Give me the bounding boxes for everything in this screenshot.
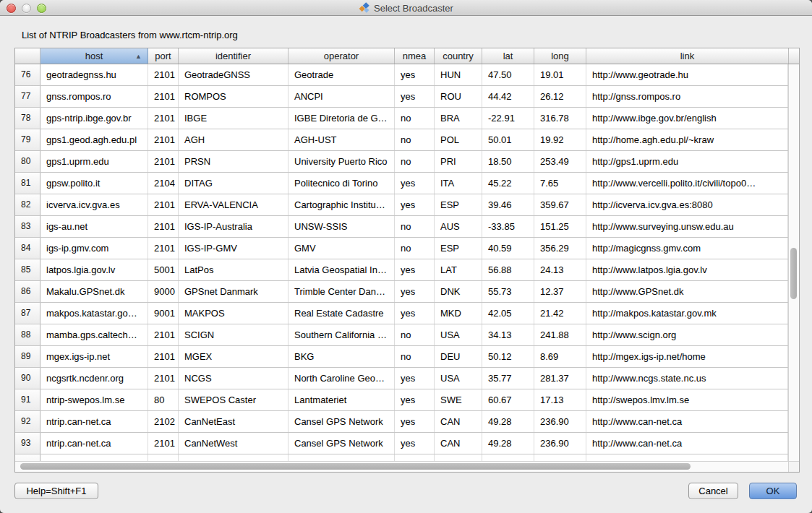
cancel-button[interactable]: Cancel xyxy=(688,483,738,499)
cell-link[interactable]: http://www.scign.org xyxy=(586,324,788,345)
cell-country[interactable]: BRA xyxy=(435,108,482,129)
cell-country[interactable]: ESP xyxy=(435,194,482,215)
cell-host[interactable]: igs-au.net xyxy=(40,216,148,237)
cell-lat[interactable]: 55.73 xyxy=(482,281,534,302)
cell-port[interactable]: 2101 xyxy=(148,151,179,172)
titlebar[interactable]: Select Broadcaster xyxy=(0,0,812,16)
cell-port[interactable]: 9001 xyxy=(148,303,179,324)
cell-nmea[interactable]: yes xyxy=(395,281,435,302)
cell-identifier[interactable]: CanNetWest xyxy=(179,433,289,454)
cell-lat[interactable]: 49.28 xyxy=(482,411,534,432)
table-row[interactable]: 92ntrip.can-net.ca2102CanNetEastCansel G… xyxy=(15,411,788,433)
cell-long[interactable]: 356.29 xyxy=(534,238,586,259)
cell-long[interactable]: 281.37 xyxy=(534,368,586,389)
cell-long[interactable]: 7.65 xyxy=(534,173,586,194)
cell-identifier[interactable]: SCIGN xyxy=(179,324,289,345)
table-row[interactable]: 89mgex.igs-ip.net2101MGEXBKGnoDEU50.128.… xyxy=(15,346,788,368)
cell-rownum[interactable]: 91 xyxy=(15,389,40,410)
horizontal-scrollbar-thumb[interactable] xyxy=(20,463,691,470)
cell-lat[interactable]: 40.59 xyxy=(482,238,534,259)
cell-rownum[interactable]: 82 xyxy=(15,194,40,215)
cell-nmea[interactable]: yes xyxy=(395,194,435,215)
cell-nmea[interactable]: yes xyxy=(395,389,435,410)
cell-rownum[interactable]: 87 xyxy=(15,303,40,324)
cell-rownum[interactable]: 89 xyxy=(15,346,40,367)
cell-host[interactable]: ntrip… xyxy=(40,454,148,461)
cell-lat[interactable]: 60.67 xyxy=(482,389,534,410)
cell-nmea[interactable]: yes xyxy=(395,411,435,432)
cell-lat[interactable]: 49.28 xyxy=(482,433,534,454)
cell-host[interactable]: mgex.igs-ip.net xyxy=(40,346,148,367)
column-header-operator[interactable]: operator xyxy=(289,48,395,64)
cell-identifier[interactable]: DITAG xyxy=(179,173,289,194)
table-row[interactable]: 93ntrip.can-net.ca2101CanNetWestCansel G… xyxy=(15,433,788,454)
cell-lat[interactable]: 39.46 xyxy=(482,194,534,215)
cell-identifier[interactable]: PRSN xyxy=(179,151,289,172)
cell-lat[interactable]: 18.50 xyxy=(482,151,534,172)
cell-operator[interactable]: AGH-UST xyxy=(289,129,395,150)
cell-port[interactable]: 2101 xyxy=(148,324,179,345)
cell-rownum[interactable]: 86 xyxy=(15,281,40,302)
cell-long[interactable]: 21.42 xyxy=(534,303,586,324)
cell-nmea[interactable]: no xyxy=(395,346,435,367)
cell-operator[interactable]: Cartographic Institu… xyxy=(289,194,395,215)
cell-port[interactable]: 5001 xyxy=(148,259,179,280)
cell-nmea[interactable]: no xyxy=(395,238,435,259)
cell-identifier[interactable]: MAKPOS xyxy=(179,303,289,324)
column-header-lat[interactable]: lat xyxy=(482,48,534,64)
cell-country[interactable]: PRI xyxy=(435,151,482,172)
cell-identifier[interactable]: SWEPOS Caster xyxy=(179,389,289,410)
cell-host[interactable]: icverva.icv.gva.es xyxy=(40,194,148,215)
cell-long[interactable]: 316.78 xyxy=(534,108,586,129)
cell-port[interactable]: 2102 xyxy=(148,411,179,432)
cell-country[interactable]: MKD xyxy=(435,303,482,324)
cell-operator[interactable]: Lantmateriet xyxy=(289,389,395,410)
cell-operator[interactable]: Geotrade xyxy=(289,64,395,85)
cell-host[interactable]: mamba.gps.caltech… xyxy=(40,324,148,345)
cell-port[interactable]: 2101 xyxy=(148,216,179,237)
cell-long[interactable]: 26.12 xyxy=(534,86,586,107)
cell-operator[interactable]: ANCPI xyxy=(289,86,395,107)
cell-port[interactable]: 9000 xyxy=(148,281,179,302)
cell-nmea[interactable]: yes xyxy=(395,368,435,389)
vertical-scrollbar[interactable] xyxy=(788,64,799,461)
cell-port[interactable]: 2101 xyxy=(148,238,179,259)
table-row[interactable]: 91ntrip-swepos.lm.se80SWEPOS CasterLantm… xyxy=(15,389,788,411)
cell-nmea[interactable]: no xyxy=(395,108,435,129)
cell-rownum[interactable]: 83 xyxy=(15,216,40,237)
cell-port[interactable]: 2101 xyxy=(148,433,179,454)
cell-rownum[interactable]: 76 xyxy=(15,64,40,85)
table-row[interactable]: 94ntrip…2101RTI…Rybell Transportatio…noU… xyxy=(15,454,788,461)
cell-host[interactable]: ntrip-swepos.lm.se xyxy=(40,389,148,410)
cell-port[interactable]: 2101 xyxy=(148,346,179,367)
table-row[interactable]: 80gps1.uprm.edu2101PRSNUniversity Puerto… xyxy=(15,151,788,173)
cell-long[interactable]: 12.37 xyxy=(534,281,586,302)
table-row[interactable]: 86Makalu.GPSnet.dk9000GPSnet DanmarkTrim… xyxy=(15,281,788,303)
cell-operator[interactable]: Politecnico di Torino xyxy=(289,173,395,194)
cell-host[interactable]: ncgsrtk.ncdenr.org xyxy=(40,368,148,389)
cell-link[interactable]: http://gps1.uprm.edu xyxy=(586,151,788,172)
cell-host[interactable]: geotradegnss.hu xyxy=(40,64,148,85)
cell-rownum[interactable]: 88 xyxy=(15,324,40,345)
cell-nmea[interactable]: yes xyxy=(395,86,435,107)
column-header-country[interactable]: country xyxy=(435,48,482,64)
cell-nmea[interactable]: no xyxy=(395,216,435,237)
cell-link[interactable]: http://www.geotrade.hu xyxy=(586,64,788,85)
cell-country[interactable]: CAN xyxy=(435,411,482,432)
cell-lat[interactable]: -33.85 xyxy=(482,216,534,237)
cell-identifier[interactable]: GeotradeGNSS xyxy=(179,64,289,85)
cell-lat[interactable]: 44.42 xyxy=(482,86,534,107)
cell-operator[interactable]: Rybell Transportatio… xyxy=(289,454,395,461)
cell-identifier[interactable]: AGH xyxy=(179,129,289,150)
table-row[interactable]: 90ncgsrtk.ncdenr.org2101NCGSNorth Caroli… xyxy=(15,368,788,389)
cell-link[interactable]: http://makpos.katastar.gov.mk xyxy=(586,303,788,324)
cell-long[interactable]: 278.50 xyxy=(534,454,586,461)
cell-rownum[interactable]: 85 xyxy=(15,259,40,280)
cell-host[interactable]: gps1.geod.agh.edu.pl xyxy=(40,129,148,150)
cell-link[interactable]: http://home.agh.edu.pl/~kraw xyxy=(586,129,788,150)
table-row[interactable]: 83igs-au.net2101IGS-IP-AustraliaUNSW-SSI… xyxy=(15,216,788,238)
cell-lat[interactable]: 38.50 xyxy=(482,454,534,461)
column-header-port[interactable]: port xyxy=(148,48,179,64)
cell-port[interactable]: 80 xyxy=(148,389,179,410)
cell-rownum[interactable]: 78 xyxy=(15,108,40,129)
